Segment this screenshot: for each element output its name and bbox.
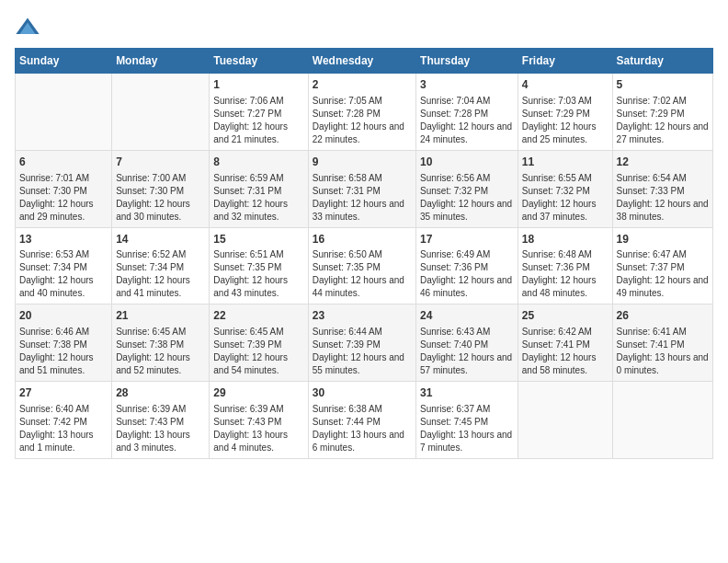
day-number: 5 <box>617 77 709 93</box>
sunrise: Sunrise: 6:58 AM <box>313 173 382 183</box>
day-cell: 10Sunrise: 6:56 AMSunset: 7:32 PMDayligh… <box>416 150 518 227</box>
weekday-header-saturday: Saturday <box>612 49 712 74</box>
week-row-3: 13Sunrise: 6:53 AMSunset: 7:34 PMDayligh… <box>16 227 713 304</box>
day-number: 23 <box>313 308 412 324</box>
daylight: Daylight: 12 hours and 51 minutes. <box>19 352 94 375</box>
daylight: Daylight: 12 hours and 49 minutes. <box>617 275 709 298</box>
sunrise: Sunrise: 7:06 AM <box>213 96 283 106</box>
day-number: 6 <box>19 155 108 170</box>
sunrise: Sunrise: 6:45 AM <box>213 327 283 337</box>
daylight: Daylight: 12 hours and 22 minutes. <box>313 121 404 144</box>
daylight: Daylight: 12 hours and 57 minutes. <box>420 352 512 375</box>
sunset: Sunset: 7:35 PM <box>213 262 281 272</box>
sunrise: Sunrise: 6:50 AM <box>313 249 382 259</box>
day-cell: 31Sunrise: 6:37 AMSunset: 7:45 PMDayligh… <box>416 382 518 459</box>
day-number: 28 <box>116 385 205 401</box>
day-cell: 15Sunrise: 6:51 AMSunset: 7:35 PMDayligh… <box>210 227 308 304</box>
day-number: 12 <box>617 155 709 170</box>
week-row-4: 20Sunrise: 6:46 AMSunset: 7:38 PMDayligh… <box>16 304 713 382</box>
day-cell: 12Sunrise: 6:54 AMSunset: 7:33 PMDayligh… <box>612 150 712 227</box>
day-cell: 23Sunrise: 6:44 AMSunset: 7:39 PMDayligh… <box>308 304 415 382</box>
daylight: Daylight: 12 hours and 54 minutes. <box>213 352 288 375</box>
day-cell: 14Sunrise: 6:52 AMSunset: 7:34 PMDayligh… <box>112 227 210 304</box>
weekday-header-monday: Monday <box>112 49 210 74</box>
day-number: 21 <box>116 308 205 324</box>
day-cell: 20Sunrise: 6:46 AMSunset: 7:38 PMDayligh… <box>16 304 112 382</box>
day-cell: 1Sunrise: 7:06 AMSunset: 7:27 PMDaylight… <box>210 74 308 151</box>
day-cell: 9Sunrise: 6:58 AMSunset: 7:31 PMDaylight… <box>308 150 415 227</box>
sunset: Sunset: 7:28 PM <box>313 109 381 119</box>
sunset: Sunset: 7:36 PM <box>522 262 590 272</box>
day-number: 29 <box>213 385 303 401</box>
sunrise: Sunrise: 6:51 AM <box>213 249 283 259</box>
sunrise: Sunrise: 7:03 AM <box>522 96 592 106</box>
day-number: 27 <box>19 385 108 401</box>
day-cell: 21Sunrise: 6:45 AMSunset: 7:38 PMDayligh… <box>112 304 210 382</box>
sunrise: Sunrise: 6:52 AM <box>116 249 186 259</box>
logo <box>15 15 44 40</box>
day-cell: 5Sunrise: 7:02 AMSunset: 7:29 PMDaylight… <box>612 74 712 151</box>
sunrise: Sunrise: 6:44 AM <box>313 327 382 337</box>
daylight: Daylight: 12 hours and 55 minutes. <box>313 352 404 375</box>
sunset: Sunset: 7:38 PM <box>19 339 87 350</box>
day-number: 20 <box>19 308 108 324</box>
day-number: 4 <box>522 77 609 93</box>
day-number: 24 <box>420 308 514 324</box>
sunset: Sunset: 7:39 PM <box>213 339 281 350</box>
day-number: 31 <box>420 385 514 401</box>
day-number: 1 <box>213 77 303 93</box>
weekday-header-sunday: Sunday <box>16 49 112 74</box>
sunset: Sunset: 7:29 PM <box>617 109 685 119</box>
sunrise: Sunrise: 6:45 AM <box>116 327 186 337</box>
sunset: Sunset: 7:41 PM <box>522 339 590 350</box>
sunset: Sunset: 7:42 PM <box>19 417 87 427</box>
sunrise: Sunrise: 6:54 AM <box>617 173 687 183</box>
daylight: Daylight: 12 hours and 35 minutes. <box>420 199 512 222</box>
day-number: 25 <box>522 308 609 324</box>
sunset: Sunset: 7:34 PM <box>19 262 87 272</box>
sunrise: Sunrise: 6:40 AM <box>19 404 89 414</box>
day-cell: 25Sunrise: 6:42 AMSunset: 7:41 PMDayligh… <box>518 304 612 382</box>
daylight: Daylight: 12 hours and 58 minutes. <box>522 352 597 375</box>
day-cell: 2Sunrise: 7:05 AMSunset: 7:28 PMDaylight… <box>308 74 415 151</box>
day-cell: 26Sunrise: 6:41 AMSunset: 7:41 PMDayligh… <box>612 304 712 382</box>
sunrise: Sunrise: 6:38 AM <box>313 404 382 414</box>
sunrise: Sunrise: 6:55 AM <box>522 173 592 183</box>
day-number: 9 <box>313 155 412 170</box>
daylight: Daylight: 12 hours and 41 minutes. <box>116 275 190 298</box>
daylight: Daylight: 12 hours and 29 minutes. <box>19 199 94 222</box>
sunset: Sunset: 7:32 PM <box>522 186 590 196</box>
daylight: Daylight: 13 hours and 6 minutes. <box>313 430 404 453</box>
day-cell: 24Sunrise: 6:43 AMSunset: 7:40 PMDayligh… <box>416 304 518 382</box>
sunrise: Sunrise: 6:46 AM <box>19 327 89 337</box>
day-number: 22 <box>213 308 303 324</box>
sunset: Sunset: 7:28 PM <box>420 109 488 119</box>
sunset: Sunset: 7:36 PM <box>420 262 488 272</box>
daylight: Daylight: 12 hours and 48 minutes. <box>522 275 597 298</box>
sunrise: Sunrise: 7:04 AM <box>420 96 490 106</box>
sunrise: Sunrise: 6:49 AM <box>420 249 490 259</box>
weekday-header-tuesday: Tuesday <box>210 49 308 74</box>
day-number: 26 <box>617 308 709 324</box>
sunrise: Sunrise: 6:47 AM <box>617 249 687 259</box>
day-cell: 6Sunrise: 7:01 AMSunset: 7:30 PMDaylight… <box>16 150 112 227</box>
day-cell: 8Sunrise: 6:59 AMSunset: 7:31 PMDaylight… <box>210 150 308 227</box>
day-cell: 28Sunrise: 6:39 AMSunset: 7:43 PMDayligh… <box>112 382 210 459</box>
day-cell: 7Sunrise: 7:00 AMSunset: 7:30 PMDaylight… <box>112 150 210 227</box>
day-cell: 18Sunrise: 6:48 AMSunset: 7:36 PMDayligh… <box>518 227 612 304</box>
daylight: Daylight: 12 hours and 46 minutes. <box>420 275 512 298</box>
sunset: Sunset: 7:27 PM <box>213 109 281 119</box>
sunset: Sunset: 7:31 PM <box>213 186 281 196</box>
sunrise: Sunrise: 6:56 AM <box>420 173 490 183</box>
sunset: Sunset: 7:37 PM <box>617 262 685 272</box>
day-cell: 30Sunrise: 6:38 AMSunset: 7:44 PMDayligh… <box>308 382 415 459</box>
sunrise: Sunrise: 6:43 AM <box>420 327 490 337</box>
sunset: Sunset: 7:45 PM <box>420 417 488 427</box>
day-number: 2 <box>313 77 412 93</box>
weekday-header-friday: Friday <box>518 49 612 74</box>
day-cell: 17Sunrise: 6:49 AMSunset: 7:36 PMDayligh… <box>416 227 518 304</box>
daylight: Daylight: 12 hours and 40 minutes. <box>19 275 94 298</box>
day-cell: 11Sunrise: 6:55 AMSunset: 7:32 PMDayligh… <box>518 150 612 227</box>
day-number: 16 <box>313 232 412 247</box>
weekday-header-row: SundayMondayTuesdayWednesdayThursdayFrid… <box>16 49 713 74</box>
